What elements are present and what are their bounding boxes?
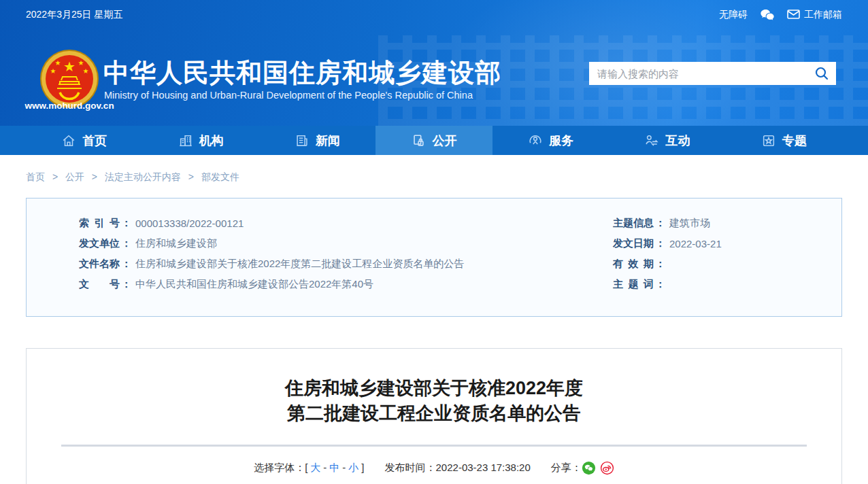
nav-label: 新闻 xyxy=(316,133,340,149)
doc-info-row-topic-info: 主题信息：建筑市场 xyxy=(613,213,722,233)
breadcrumb-disclosure[interactable]: 公开 xyxy=(65,171,84,182)
publish-time: 发布时间：2022-03-23 17:38:20 xyxy=(385,462,531,474)
nav-item-disclosure[interactable]: 公开 xyxy=(375,126,492,155)
breadcrumb-current: 部发文件 xyxy=(201,171,239,182)
doc-info-row-keywords: 主题词： xyxy=(613,274,722,294)
breadcrumb-separator: > xyxy=(92,171,97,182)
nav-label: 首页 xyxy=(82,133,107,149)
home-icon xyxy=(61,133,76,148)
svg-text:★: ★ xyxy=(55,59,61,67)
font-small-link[interactable]: 小 xyxy=(348,462,358,473)
site-subtitle-en: Ministry of Housing and Urban-Rural Deve… xyxy=(104,90,473,101)
breadcrumb-statutory-content[interactable]: 法定主动公开内容 xyxy=(105,171,181,182)
nav-item-interaction[interactable]: 互动 xyxy=(609,126,725,155)
national-emblem-logo[interactable]: ★ ★ ★ ★ ★ xyxy=(39,49,99,109)
svg-text:★: ★ xyxy=(78,59,84,67)
nav-item-news[interactable]: 新闻 xyxy=(259,126,375,155)
nav-label: 互动 xyxy=(665,133,690,149)
article-title: 住房和城乡建设部关于核准2022年度 第二批建设工程企业资质名单的公告 xyxy=(27,376,841,426)
site-header: 2022年3月25日 星期五 无障碍 工作邮箱 ★ xyxy=(0,0,868,126)
nav-item-home[interactable]: 首页 xyxy=(26,126,142,155)
nav-label: 服务 xyxy=(549,133,573,149)
work-mail-label: 工作邮箱 xyxy=(804,9,842,21)
share-row: 分享： xyxy=(551,461,614,475)
document-info-box: 索引号：000013338/2022-00121 发文单位：住房和城乡建设部 文… xyxy=(26,198,842,317)
current-date: 2022年3月25日 星期五 xyxy=(26,9,122,21)
breadcrumb-separator: > xyxy=(52,171,58,182)
accessibility-link[interactable]: 无障碍 xyxy=(719,9,748,21)
doc-info-row-issue-date: 发文日期：2022-03-21 xyxy=(613,233,722,254)
article-meta: 选择字体：[大-中-小] 发布时间：2022-03-23 17:38:20 分享… xyxy=(27,461,841,475)
breadcrumb-home[interactable]: 首页 xyxy=(26,171,45,182)
doc-info-row-document-title: 文件名称：住房和城乡建设部关于核准2022年度第二批建设工程企业资质名单的公告 xyxy=(79,254,464,274)
disclosure-icon xyxy=(411,133,426,148)
font-large-link[interactable]: 大 xyxy=(310,462,320,473)
weibo-share-icon[interactable] xyxy=(600,461,614,475)
doc-info-right-column: 主题信息：建筑市场 发文日期：2022-03-21 有效期： 主题词： xyxy=(613,213,722,294)
service-icon xyxy=(528,133,543,148)
mail-icon xyxy=(787,10,800,21)
svg-text:★: ★ xyxy=(83,67,89,75)
search-input[interactable] xyxy=(589,68,812,80)
font-medium-link[interactable]: 中 xyxy=(329,462,339,473)
share-label: 分享： xyxy=(551,462,582,474)
svg-text:★: ★ xyxy=(50,67,56,75)
font-size-selector: 选择字体：[大-中-小] xyxy=(254,462,364,474)
nav-item-services[interactable]: 服务 xyxy=(493,126,609,155)
breadcrumb: 首页 > 公开 > 法定主动公开内容 > 部发文件 xyxy=(26,170,868,184)
title-divider xyxy=(61,445,807,447)
nav-label: 公开 xyxy=(432,133,456,149)
wechat-icon[interactable] xyxy=(760,9,775,21)
site-url: www.mohurd.gov.cn xyxy=(23,101,116,111)
interaction-icon xyxy=(644,133,659,148)
nav-label: 专题 xyxy=(782,133,807,149)
doc-info-left-column: 索引号：000013338/2022-00121 发文单位：住房和城乡建设部 文… xyxy=(79,213,464,294)
top-bar-links: 无障碍 工作邮箱 xyxy=(719,9,842,21)
page: 2022年3月25日 星期五 无障碍 工作邮箱 ★ xyxy=(0,0,868,484)
nav-item-organization[interactable]: 机构 xyxy=(142,126,258,155)
site-title: 中华人民共和国住房和城乡建设部 xyxy=(103,56,501,90)
news-icon xyxy=(295,133,310,148)
doc-info-row-validity: 有效期： xyxy=(613,254,722,274)
top-bar: 2022年3月25日 星期五 无障碍 工作邮箱 xyxy=(26,0,842,30)
work-mail-link[interactable]: 工作邮箱 xyxy=(787,9,842,21)
doc-info-row-document-number: 文号：中华人民共和国住房和城乡建设部公告2022年第40号 xyxy=(79,274,464,294)
svg-text:★: ★ xyxy=(63,59,76,74)
breadcrumb-separator: > xyxy=(188,171,194,182)
nav-item-special-topics[interactable]: 专题 xyxy=(726,126,842,155)
special-topic-icon xyxy=(761,133,776,148)
nav-label: 机构 xyxy=(199,133,224,149)
article-box: 住房和城乡建设部关于核准2022年度 第二批建设工程企业资质名单的公告 选择字体… xyxy=(26,348,842,484)
organization-icon xyxy=(178,133,193,148)
search-icon[interactable] xyxy=(812,66,836,81)
doc-info-row-issuing-unit: 发文单位：住房和城乡建设部 xyxy=(79,233,464,254)
main-navigation: 首页 机构 新闻 公开 服务 互动 xyxy=(0,126,868,155)
search-box xyxy=(589,62,836,85)
doc-info-row-index-number: 索引号：000013338/2022-00121 xyxy=(79,213,464,233)
wechat-share-icon[interactable] xyxy=(582,461,596,475)
